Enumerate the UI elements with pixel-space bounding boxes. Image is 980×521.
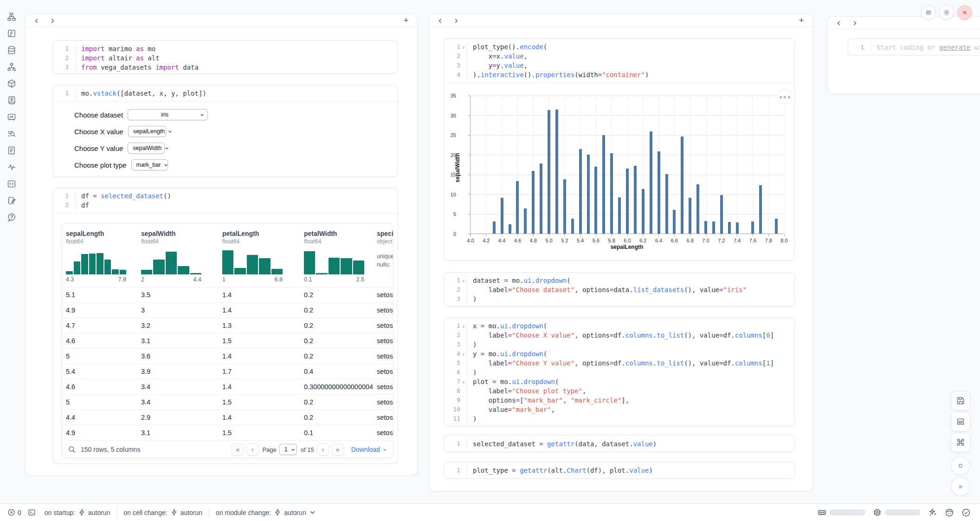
fold-chevron-icon[interactable]: ∨ bbox=[460, 321, 467, 331]
code-cell-xy-dropdowns[interactable]: 1∨x = mo.ui.dropdown(2 label="Choose X v… bbox=[444, 318, 795, 426]
table-cell: 4.9 bbox=[62, 303, 137, 318]
table-row[interactable]: 4.63.41.40.30000000000000004setosa bbox=[62, 379, 393, 394]
chart-bar bbox=[563, 179, 566, 234]
dataframe-table: sepalLengthfloat644.37.9sepalWidthfloat6… bbox=[62, 223, 393, 458]
add-cell-button[interactable]: + bbox=[401, 16, 411, 25]
connection-status-icon[interactable] bbox=[961, 508, 971, 517]
column-next-button[interactable] bbox=[850, 19, 859, 28]
table-cell: 5 bbox=[62, 349, 137, 364]
table-column-header[interactable]: petalWidthfloat640.12.5 bbox=[300, 223, 373, 287]
scratchpad-icon[interactable] bbox=[6, 195, 17, 206]
table-cell: 0.2 bbox=[300, 349, 373, 364]
table-cell: 0.2 bbox=[300, 410, 373, 425]
table-row[interactable]: 4.42.91.40.2setosa bbox=[62, 410, 393, 425]
package-icon[interactable] bbox=[6, 78, 17, 89]
column-next-button[interactable] bbox=[451, 16, 461, 26]
table-row[interactable]: 5.13.51.40.2setosa bbox=[62, 287, 393, 302]
generate-with-ai-link[interactable]: generate bbox=[939, 44, 970, 51]
table-column-header[interactable]: sepalWidthfloat6424.4 bbox=[137, 223, 219, 287]
errors-indicator[interactable]: 0 bbox=[7, 508, 21, 516]
function-icon[interactable] bbox=[6, 28, 17, 39]
chart-bar bbox=[532, 171, 535, 234]
column-histogram bbox=[141, 248, 201, 274]
control-row: Choose X valuesepalLength bbox=[74, 126, 397, 137]
add-cell-button[interactable]: + bbox=[797, 16, 806, 25]
left-column-header: + bbox=[26, 14, 417, 27]
table-column-header[interactable]: petalLengthfloat6416.9 bbox=[219, 223, 300, 287]
next-page-button[interactable]: › bbox=[317, 443, 329, 456]
code-line: 3from vega_datasets import data bbox=[53, 63, 397, 72]
bar-chart[interactable]: 051015202530354.04.24.44.64.85.05.25.45.… bbox=[470, 96, 784, 234]
code-cell-chart[interactable]: 1∨plot_type().encode(2 x=x.value,3 y=y.v… bbox=[444, 39, 795, 260]
save-icon bbox=[956, 396, 965, 405]
search-icon[interactable] bbox=[6, 129, 17, 139]
column-prev-button[interactable] bbox=[32, 16, 41, 26]
code-cell-plot-type[interactable]: 1plot_type = getattr(alt.Chart(df), plot… bbox=[444, 461, 795, 479]
chart-bar bbox=[634, 166, 637, 234]
shutdown-button[interactable] bbox=[957, 5, 972, 20]
table-cell: 1.3 bbox=[219, 318, 300, 333]
chart-bar bbox=[736, 222, 739, 234]
menu-button[interactable] bbox=[921, 5, 936, 20]
fold-chevron-icon[interactable]: ∨ bbox=[460, 377, 467, 386]
table-row[interactable]: 4.63.11.50.2setosa bbox=[62, 333, 393, 348]
code-cell-vstack[interactable]: 1mo.vstack([dataset, x, y, plot]) Choose… bbox=[52, 85, 398, 177]
terminal-button[interactable] bbox=[28, 508, 38, 516]
table-row[interactable]: 5.43.91.70.4setosa bbox=[62, 364, 393, 379]
help-icon[interactable] bbox=[6, 212, 17, 222]
code-cell-dataset-dropdown[interactable]: 1∨dataset = mo.ui.dropdown(2 label="Choo… bbox=[444, 272, 795, 306]
keyboard-shortcuts-button[interactable]: ⌘ bbox=[951, 433, 970, 452]
copilot-button[interactable] bbox=[945, 508, 954, 517]
ai-sparkle-button[interactable] bbox=[928, 508, 937, 517]
fold-chevron-icon[interactable]: ∨ bbox=[460, 42, 467, 52]
stop-button[interactable] bbox=[951, 456, 970, 475]
dropdown-choose-y-value[interactable]: sepalWidth bbox=[128, 143, 165, 154]
fold-chevron-icon[interactable]: ∨ bbox=[460, 349, 467, 358]
code-line: 3) bbox=[445, 294, 794, 304]
database-icon[interactable] bbox=[6, 45, 17, 55]
logs-icon[interactable] bbox=[6, 95, 17, 105]
table-row[interactable]: 4.93.11.50.1setosa bbox=[62, 425, 393, 440]
table-row[interactable]: 4.931.40.2setosa bbox=[62, 302, 393, 318]
ai-chat-icon[interactable] bbox=[6, 112, 17, 122]
save-button[interactable] bbox=[951, 391, 970, 410]
code-cell-imports[interactable]: 1import marimo as mo2import altair as al… bbox=[52, 40, 398, 74]
runtime-setting-0[interactable]: on startup:autorun bbox=[45, 508, 110, 516]
page-select[interactable]: 1 bbox=[279, 444, 297, 455]
settings-button[interactable] bbox=[939, 5, 954, 20]
table-cell: 1.4 bbox=[219, 349, 300, 364]
code-cell-selected-dataset[interactable]: 1selected_dataset = getattr(data, datase… bbox=[444, 435, 795, 452]
runtime-setting-1[interactable]: on cell change:autorun bbox=[123, 508, 202, 516]
column-prev-button[interactable] bbox=[834, 19, 844, 28]
code-line: 1∨x = mo.ui.dropdown( bbox=[445, 321, 794, 331]
code-line: 4).interactive().properties(width="conta… bbox=[445, 70, 794, 79]
dependency-graph-icon[interactable] bbox=[6, 62, 17, 72]
chart-menu-button[interactable]: ●●● bbox=[778, 89, 793, 104]
chart-bar bbox=[555, 110, 558, 234]
dropdown-choose-x-value[interactable]: sepalLength bbox=[128, 126, 166, 137]
layout-button[interactable] bbox=[951, 412, 970, 431]
first-page-button[interactable]: « bbox=[232, 443, 244, 456]
fold-chevron-icon[interactable]: ∨ bbox=[460, 276, 467, 285]
table-row[interactable]: 53.41.50.2setosa bbox=[62, 394, 393, 410]
table-row[interactable]: 53.61.40.2setosa bbox=[62, 348, 393, 364]
table-row[interactable]: 4.73.21.30.2setosa bbox=[62, 318, 393, 333]
tracing-icon[interactable] bbox=[6, 162, 17, 172]
run-button[interactable] bbox=[951, 477, 970, 496]
dropdown-choose-plot-type[interactable]: mark_bar bbox=[131, 159, 168, 170]
documentation-icon[interactable] bbox=[6, 145, 17, 156]
new-code-cell[interactable]: 1 Start coding or generate with AI bbox=[848, 39, 980, 55]
column-next-button[interactable] bbox=[48, 16, 57, 26]
search-icon[interactable] bbox=[68, 445, 76, 454]
column-prev-button[interactable] bbox=[436, 16, 445, 26]
last-page-button[interactable]: » bbox=[332, 443, 344, 456]
table-column-header[interactable]: speciesobjectunique:nulls: bbox=[373, 223, 393, 287]
snippets-icon[interactable] bbox=[6, 179, 17, 189]
prev-page-button[interactable]: ‹ bbox=[246, 443, 258, 456]
runtime-setting-2[interactable]: on module change:autorun bbox=[216, 508, 319, 516]
dropdown-choose-dataset[interactable]: iris bbox=[128, 109, 208, 120]
download-button[interactable]: Download bbox=[351, 446, 387, 453]
table-column-header[interactable]: sepalLengthfloat644.37.9 bbox=[62, 223, 137, 287]
file-tree-icon[interactable] bbox=[6, 12, 17, 22]
code-cell-dataframe[interactable]: 1df = selected_dataset()2df sepalLengthf… bbox=[52, 188, 398, 464]
